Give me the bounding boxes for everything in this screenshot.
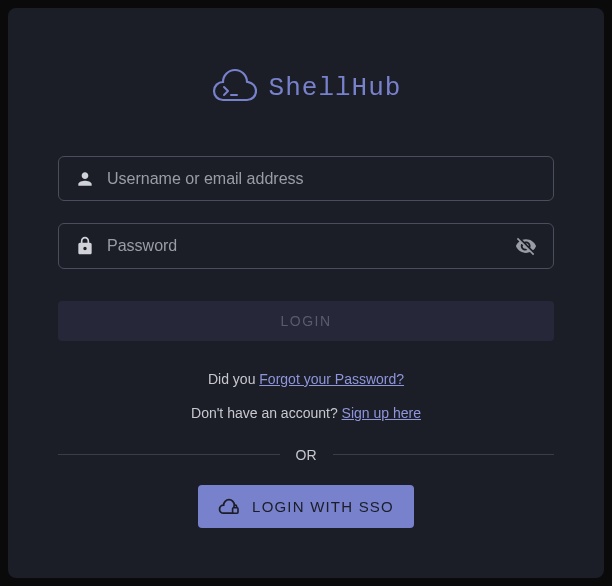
cloud-lock-icon bbox=[218, 497, 240, 515]
sso-button-label: LOGIN WITH SSO bbox=[252, 498, 394, 515]
or-divider: OR bbox=[58, 447, 554, 463]
visibility-off-icon[interactable] bbox=[515, 235, 537, 257]
signup-text: Don't have an account? Sign up here bbox=[191, 405, 421, 421]
person-icon bbox=[75, 169, 95, 189]
login-card: ShellHub LOGIN Did you Forgot your Passw… bbox=[8, 8, 604, 578]
divider-line-right bbox=[333, 454, 555, 455]
or-text: OR bbox=[296, 447, 317, 463]
signup-link[interactable]: Sign up here bbox=[342, 405, 421, 421]
svg-rect-0 bbox=[233, 508, 238, 513]
password-input[interactable] bbox=[107, 237, 503, 255]
password-field-wrapper[interactable] bbox=[58, 223, 554, 268]
cloud-shell-icon bbox=[211, 68, 257, 108]
brand-name: ShellHub bbox=[269, 73, 402, 103]
brand-logo: ShellHub bbox=[211, 68, 402, 108]
username-input[interactable] bbox=[107, 170, 537, 188]
forgot-password-text: Did you Forgot your Password? bbox=[208, 371, 404, 387]
signup-prefix: Don't have an account? bbox=[191, 405, 342, 421]
forgot-prefix: Did you bbox=[208, 371, 259, 387]
login-with-sso-button[interactable]: LOGIN WITH SSO bbox=[198, 485, 414, 528]
lock-icon bbox=[75, 236, 95, 256]
username-field-wrapper[interactable] bbox=[58, 156, 554, 201]
divider-line-left bbox=[58, 454, 280, 455]
login-button[interactable]: LOGIN bbox=[58, 301, 554, 341]
forgot-password-link[interactable]: Forgot your Password? bbox=[259, 371, 404, 387]
